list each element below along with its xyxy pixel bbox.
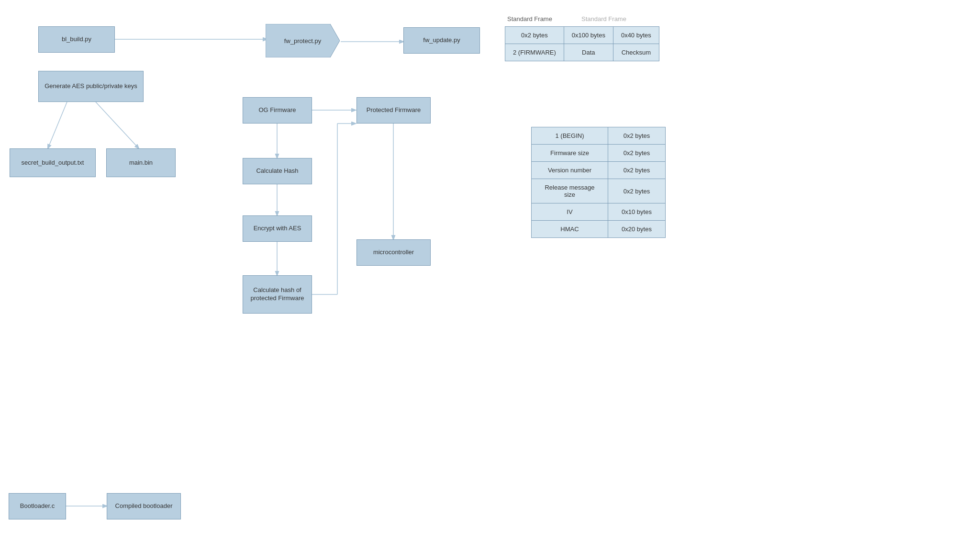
- main-bin-label: main.bin: [129, 159, 153, 167]
- fw-protect-label: fw_protect.py: [284, 37, 321, 45]
- t2-r1c0: Firmware size: [532, 145, 608, 162]
- t1-r0c2: 0x40 bytes: [613, 27, 659, 44]
- standard-frame-table1: 0x2 bytes 0x100 bytes 0x40 bytes 2 (FIRM…: [505, 26, 659, 61]
- encrypt-aes-label: Encrypt with AES: [254, 225, 301, 233]
- compiled-boot-label: Compiled bootloader: [115, 502, 173, 510]
- protected-frame-table: 1 (BEGIN) 0x2 bytes Firmware size 0x2 by…: [531, 127, 666, 238]
- t2-r5c1: 0x20 bytes: [608, 221, 666, 238]
- svg-line-3: [96, 102, 139, 148]
- calc-hash-prot-label: Calculate hash of protected Firmware: [247, 286, 308, 303]
- secret-build-box: secret_build_output.txt: [10, 148, 96, 177]
- fw-protect-box: fw_protect.py: [266, 24, 340, 57]
- compiled-boot-box: Compiled bootloader: [107, 493, 181, 519]
- gen-aes-box: Generate AES public/private keys: [38, 71, 144, 102]
- t2-r3c1: 0x2 bytes: [608, 179, 666, 203]
- fw-update-box: fw_update.py: [403, 27, 480, 54]
- main-bin-box: main.bin: [106, 148, 176, 177]
- t1-r0c1: 0x100 bytes: [564, 27, 613, 44]
- t2-r0c0: 1 (BEGIN): [532, 127, 608, 145]
- secret-build-label: secret_build_output.txt: [22, 159, 84, 167]
- protected-fw-label: Protected Firmware: [367, 106, 421, 114]
- t2-r1c1: 0x2 bytes: [608, 145, 666, 162]
- encrypt-aes-box: Encrypt with AES: [243, 215, 312, 242]
- calc-hash-label: Calculate Hash: [256, 167, 298, 175]
- gen-aes-label: Generate AES public/private keys: [45, 82, 137, 90]
- t1-r1c2: Checksum: [613, 44, 659, 61]
- diagram-container: bl_build.py fw_protect.py fw_update.py G…: [0, 0, 980, 552]
- svg-line-2: [48, 102, 67, 148]
- standard-frame-label1: Standard Frame: [507, 15, 552, 23]
- t2-r2c1: 0x2 bytes: [608, 162, 666, 179]
- fw-update-label: fw_update.py: [423, 36, 460, 45]
- t1-r1c1: Data: [564, 44, 613, 61]
- t2-r2c0: Version number: [532, 162, 608, 179]
- og-firmware-box: OG Firmware: [243, 97, 312, 124]
- t1-r1c0: 2 (FIRMWARE): [505, 44, 564, 61]
- protected-fw-box: Protected Firmware: [356, 97, 431, 124]
- calc-hash-box: Calculate Hash: [243, 158, 312, 184]
- microcontroller-box: microcontroller: [356, 239, 431, 266]
- t2-r0c1: 0x2 bytes: [608, 127, 666, 145]
- bl-build-box: bl_build.py: [38, 26, 115, 53]
- t2-r3c0: Release messagesize: [532, 179, 608, 203]
- bootloader-c-box: Bootloader.c: [9, 493, 66, 519]
- og-firmware-label: OG Firmware: [259, 106, 296, 114]
- t2-r4c0: IV: [532, 203, 608, 221]
- calc-hash-prot-box: Calculate hash of protected Firmware: [243, 275, 312, 314]
- t1-r0c0: 0x2 bytes: [505, 27, 564, 44]
- microcontroller-label: microcontroller: [373, 248, 414, 257]
- t2-r4c1: 0x10 bytes: [608, 203, 666, 221]
- arrows-svg: [0, 0, 980, 552]
- standard-frame-label2: Standard Frame: [581, 15, 626, 23]
- t2-r5c0: HMAC: [532, 221, 608, 238]
- bootloader-c-label: Bootloader.c: [20, 502, 55, 510]
- bl-build-label: bl_build.py: [62, 35, 91, 44]
